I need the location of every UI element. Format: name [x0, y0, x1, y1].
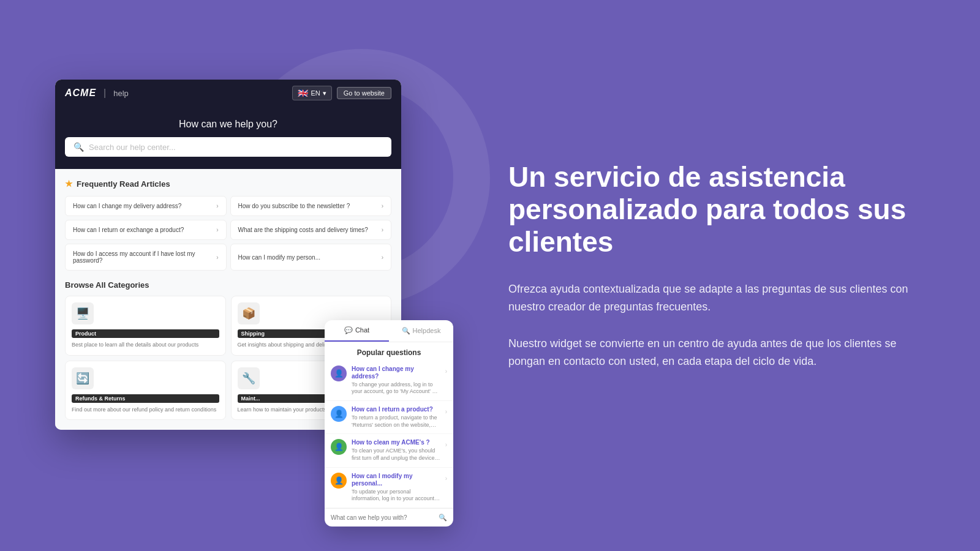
- category-icon-1: 📦: [238, 302, 260, 324]
- chat-item-title-1: How can I return a product?: [352, 406, 440, 413]
- right-panel: Un servicio de asistencia personalizado …: [459, 124, 980, 427]
- chat-item-3[interactable]: 👤 How can I modify my personal... To upd…: [325, 468, 453, 508]
- chat-arrow-2: ›: [445, 441, 447, 448]
- faq-arrow-1: ›: [382, 203, 383, 209]
- language-selector[interactable]: 🇬🇧 EN ▾: [292, 86, 331, 100]
- faq-arrow-0: ›: [216, 203, 218, 209]
- chevron-down-icon: ▾: [323, 89, 326, 97]
- chat-item-desc-3: To update your personal information, log…: [352, 489, 440, 503]
- chat-item-desc-2: To clean your ACME's, you should first t…: [352, 448, 440, 462]
- faq-item-2[interactable]: How can I return or exchange a product? …: [65, 220, 227, 240]
- browser-header: ACME | help 🇬🇧 EN ▾ Go to website: [55, 80, 401, 107]
- chat-item-1[interactable]: 👤 How can I return a product? To return …: [325, 401, 453, 434]
- help-label: help: [113, 89, 129, 98]
- chat-item-desc-1: To return a product, navigate to the 'Re…: [352, 414, 440, 429]
- popular-questions-header: Popular questions: [325, 342, 453, 361]
- faq-item-0[interactable]: How can I change my delivery address? ›: [65, 196, 227, 216]
- left-panel: ACME | help 🇬🇧 EN ▾ Go to website How ca…: [0, 0, 459, 551]
- avatar-0: 👤: [331, 365, 347, 381]
- search-bar[interactable]: 🔍 Search our help center...: [65, 137, 391, 157]
- star-icon: ★: [65, 179, 73, 189]
- chat-item-desc-0: To change your address, log in to your a…: [352, 381, 440, 395]
- faq-text-3: What are the shipping costs and delivery…: [238, 227, 368, 233]
- faq-item-4[interactable]: How do I access my account if I have los…: [65, 244, 227, 271]
- faq-item-1[interactable]: How do you subscribe to the newsletter ?…: [230, 196, 392, 216]
- helpdesk-icon: 🔍: [402, 327, 410, 335]
- avatar-1: 👤: [331, 406, 347, 422]
- faq-text-0: How can I change my delivery address?: [73, 203, 181, 209]
- chat-arrow-3: ›: [445, 475, 447, 482]
- tab-helpdesk-label: Helpdesk: [413, 327, 441, 334]
- chat-item-0[interactable]: 👤 How can I change my address? To change…: [325, 361, 453, 401]
- tab-chat[interactable]: 💬 Chat: [325, 320, 389, 342]
- chat-item-content-0: How can I change my address? To change y…: [352, 365, 440, 395]
- category-icon-0: 🖥️: [72, 302, 94, 324]
- faq-title-label: Frequently Read Articles: [77, 179, 170, 189]
- header-right: 🇬🇧 EN ▾ Go to website: [292, 86, 391, 100]
- tab-helpdesk[interactable]: 🔍 Helpdesk: [389, 320, 453, 342]
- category-desc-0: Best place to learn all the details abou…: [72, 342, 219, 349]
- browser-logo: ACME | help: [65, 88, 129, 99]
- main-heading: Un servicio de asistencia personalizado …: [508, 161, 931, 258]
- chat-item-content-2: How to clean my ACME's ? To clean your A…: [352, 439, 440, 462]
- hero-section: How can we help you? 🔍 Search our help c…: [55, 107, 401, 169]
- search-icon: 🔍: [74, 142, 84, 152]
- acme-logo: ACME: [65, 88, 96, 99]
- chat-search-input[interactable]: [331, 514, 435, 521]
- faq-grid: How can I change my delivery address? › …: [65, 196, 391, 271]
- faq-section-title: ★ Frequently Read Articles: [65, 179, 391, 189]
- faq-arrow-4: ›: [216, 254, 218, 261]
- faq-arrow-3: ›: [382, 227, 383, 233]
- hero-title: How can we help you?: [65, 119, 391, 130]
- chat-arrow-1: ›: [445, 408, 447, 415]
- search-placeholder: Search our help center...: [89, 143, 176, 152]
- chat-item-2[interactable]: 👤 How to clean my ACME's ? To clean your…: [325, 434, 453, 467]
- chat-item-content-1: How can I return a product? To return a …: [352, 406, 440, 429]
- chat-item-content-3: How can I modify my personal... To updat…: [352, 473, 440, 503]
- faq-text-1: How do you subscribe to the newsletter ?: [238, 203, 350, 209]
- chat-item-title-2: How to clean my ACME's ?: [352, 439, 440, 446]
- chat-item-title-3: How can I modify my personal...: [352, 473, 440, 487]
- faq-item-3[interactable]: What are the shipping costs and delivery…: [230, 220, 392, 240]
- category-icon-2: 🔄: [72, 367, 94, 389]
- faq-text-4: How do I access my account if I have los…: [73, 250, 216, 264]
- tab-chat-label: Chat: [355, 326, 369, 334]
- category-icon-3: 🔧: [238, 367, 260, 389]
- chat-widget: 💬 Chat 🔍 Helpdesk Popular questions 👤 Ho…: [325, 320, 453, 527]
- chat-tabs: 💬 Chat 🔍 Helpdesk: [325, 320, 453, 342]
- chat-search-icon: 🔍: [439, 514, 447, 522]
- category-badge-0: Product: [72, 329, 219, 338]
- chat-item-title-0: How can I change my address?: [352, 365, 440, 380]
- faq-item-5[interactable]: How can I modify my person... ›: [230, 244, 392, 271]
- go-website-button[interactable]: Go to website: [337, 87, 391, 99]
- faq-text-2: How can I return or exchange a product?: [73, 227, 184, 233]
- faq-arrow-5: ›: [382, 254, 383, 261]
- flag-icon: 🇬🇧: [298, 88, 308, 98]
- faq-arrow-2: ›: [216, 227, 218, 233]
- paragraph-2: Nuestro widget se convierte en un centro…: [508, 335, 931, 370]
- paragraph-1: Ofrezca ayuda contextualizada que se ada…: [508, 280, 931, 316]
- chat-icon: 💬: [344, 326, 353, 334]
- categories-title: Browse All Categories: [65, 280, 391, 290]
- logo-divider: |: [104, 88, 106, 99]
- avatar-2: 👤: [331, 439, 347, 455]
- category-badge-2: Refunds & Returns: [72, 394, 219, 403]
- lang-label: EN: [311, 89, 320, 97]
- category-card-0[interactable]: 🖥️ Product Best place to learn all the d…: [65, 296, 226, 356]
- category-card-2[interactable]: 🔄 Refunds & Returns Find out more about …: [65, 361, 226, 421]
- chat-input-area[interactable]: 🔍: [325, 508, 453, 527]
- category-desc-2: Find out more about our refund policy an…: [72, 407, 219, 414]
- avatar-3: 👤: [331, 473, 347, 489]
- faq-text-5: How can I modify my person...: [238, 254, 321, 261]
- chat-arrow-0: ›: [445, 368, 447, 375]
